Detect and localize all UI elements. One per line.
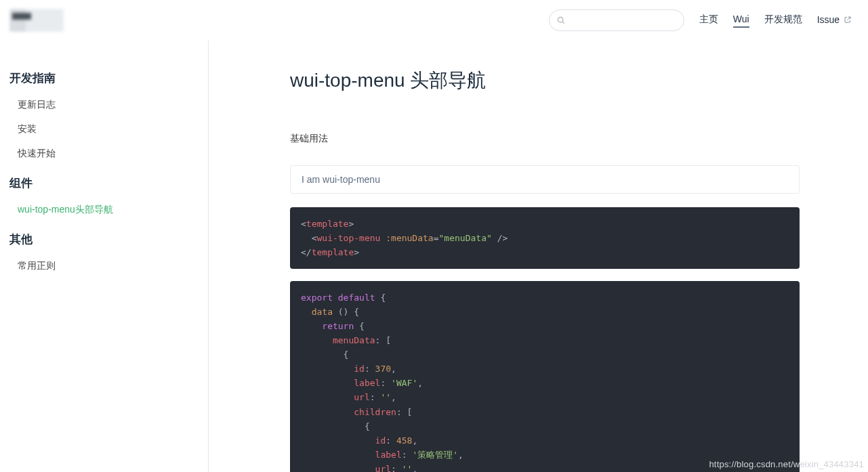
sidebar-item[interactable]: 安装 [9, 117, 208, 142]
section-label: 基础用法 [290, 133, 800, 145]
main-content: wui-top-menu 头部导航 基础用法 I am wui-top-menu… [209, 41, 859, 472]
nav-links: 主页Wui开发规范Issue [699, 14, 852, 28]
sidebar-group-title: 开发指南 [9, 61, 208, 93]
top-header: 主页Wui开发规范Issue [0, 0, 868, 41]
external-link-icon [844, 16, 852, 24]
sidebar-item[interactable]: 更新日志 [9, 93, 208, 117]
sidebar-group-title: 组件 [9, 166, 208, 198]
header-right: 主页Wui开发规范Issue [549, 9, 852, 31]
nav-link-0[interactable]: 主页 [699, 14, 718, 28]
nav-link-3[interactable]: Issue [817, 14, 852, 27]
search-input[interactable] [549, 9, 684, 31]
demo-box: I am wui-top-menu [290, 165, 800, 194]
svg-line-1 [562, 22, 564, 24]
svg-point-0 [558, 17, 563, 22]
code-block-script: export default { data () { return { menu… [290, 281, 800, 472]
nav-link-2[interactable]: 开发规范 [764, 14, 802, 28]
search-icon [556, 16, 566, 25]
code-block-template: <template> <wui-top-menu :menuData="menu… [290, 207, 800, 269]
sidebar-item[interactable]: 快速开始 [9, 142, 208, 166]
sidebar: 开发指南更新日志安装快速开始组件wui-top-menu头部导航其他常用正则 [0, 41, 209, 472]
logo[interactable] [9, 9, 64, 32]
sidebar-item[interactable]: 常用正则 [9, 254, 208, 278]
nav-link-1[interactable]: Wui [733, 14, 749, 28]
page-title: wui-top-menu 头部导航 [290, 68, 800, 93]
sidebar-group-title: 其他 [9, 222, 208, 254]
sidebar-item[interactable]: wui-top-menu头部导航 [9, 198, 208, 222]
